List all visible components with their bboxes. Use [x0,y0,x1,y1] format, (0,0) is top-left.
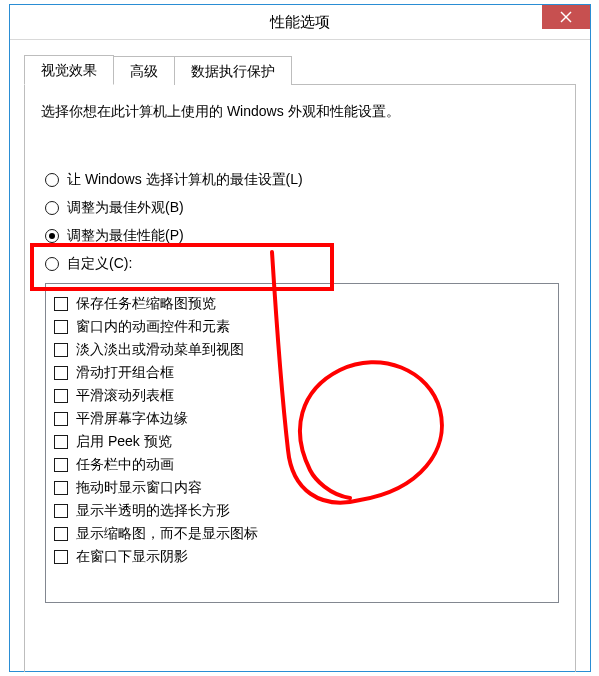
radio-label: 让 Windows 选择计算机的最佳设置(L) [67,171,303,189]
chk-taskbar-anim[interactable]: 任务栏中的动画 [54,456,550,474]
checkbox-label: 任务栏中的动画 [76,456,174,474]
radio-icon [45,257,59,271]
window-title: 性能选项 [270,13,330,32]
radio-label: 自定义(C): [67,255,132,273]
chk-smooth-font-edges[interactable]: 平滑屏幕字体边缘 [54,410,550,428]
description-text: 选择你想在此计算机上使用的 Windows 外观和性能设置。 [41,103,559,121]
radio-let-windows-choose[interactable]: 让 Windows 选择计算机的最佳设置(L) [45,171,559,189]
radio-label: 调整为最佳外观(B) [67,199,184,217]
checkbox-icon [54,343,68,357]
tab-dep[interactable]: 数据执行保护 [174,56,292,85]
checkbox-label: 拖动时显示窗口内容 [76,479,202,497]
checkbox-label: 启用 Peek 预览 [76,433,172,451]
chk-taskbar-thumbnail[interactable]: 保存任务栏缩略图预览 [54,295,550,313]
checkbox-label: 平滑屏幕字体边缘 [76,410,188,428]
checkbox-icon [54,389,68,403]
checkbox-icon [54,435,68,449]
titlebar: 性能选项 [10,5,590,40]
checkbox-label: 滑动打开组合框 [76,364,174,382]
tab-advanced[interactable]: 高级 [113,56,175,85]
chk-enable-peek[interactable]: 启用 Peek 预览 [54,433,550,451]
chk-window-shadow[interactable]: 在窗口下显示阴影 [54,548,550,566]
tab-visual-effects[interactable]: 视觉效果 [24,55,114,85]
tab-strip: 视觉效果 高级 数据执行保护 [24,54,576,85]
close-icon [560,11,572,23]
checkbox-icon [54,366,68,380]
chk-smooth-scroll-list[interactable]: 平滑滚动列表框 [54,387,550,405]
radio-custom[interactable]: 自定义(C): [45,255,559,273]
tab-label: 数据执行保护 [191,63,275,79]
effects-list[interactable]: 保存任务栏缩略图预览 窗口内的动画控件和元素 淡入淡出或滑动菜单到视图 滑动打开… [45,283,559,603]
chk-thumbmail-not-icon[interactable]: 显示缩略图，而不是显示图标 [54,525,550,543]
chk-translucent-selection[interactable]: 显示半透明的选择长方形 [54,502,550,520]
checkbox-icon [54,458,68,472]
chk-window-anim[interactable]: 窗口内的动画控件和元素 [54,318,550,336]
dialog-window: 性能选项 视觉效果 高级 数据执行保护 选 [9,4,591,672]
radio-label: 调整为最佳性能(P) [67,227,184,245]
tab-panel-visual-effects: 选择你想在此计算机上使用的 Windows 外观和性能设置。 让 Windows… [24,85,576,672]
chk-slide-combo[interactable]: 滑动打开组合框 [54,364,550,382]
checkbox-label: 淡入淡出或滑动菜单到视图 [76,341,244,359]
checkbox-icon [54,527,68,541]
checkbox-label: 保存任务栏缩略图预览 [76,295,216,313]
checkbox-icon [54,481,68,495]
checkbox-label: 在窗口下显示阴影 [76,548,188,566]
radio-best-performance[interactable]: 调整为最佳性能(P) [45,227,559,245]
checkbox-icon [54,550,68,564]
radio-icon [45,229,59,243]
checkbox-icon [54,320,68,334]
checkbox-icon [54,504,68,518]
radio-icon [45,201,59,215]
checkbox-icon [54,412,68,426]
tab-label: 高级 [130,63,158,79]
radio-best-appearance[interactable]: 调整为最佳外观(B) [45,199,559,217]
checkbox-label: 窗口内的动画控件和元素 [76,318,230,336]
chk-drag-window-contents[interactable]: 拖动时显示窗口内容 [54,479,550,497]
checkbox-label: 显示半透明的选择长方形 [76,502,230,520]
checkbox-label: 平滑滚动列表框 [76,387,174,405]
checkbox-icon [54,297,68,311]
client-area: 视觉效果 高级 数据执行保护 选择你想在此计算机上使用的 Windows 外观和… [10,40,590,672]
checkbox-label: 显示缩略图，而不是显示图标 [76,525,258,543]
tab-label: 视觉效果 [41,62,97,78]
radio-icon [45,173,59,187]
chk-fade-slide-menus[interactable]: 淡入淡出或滑动菜单到视图 [54,341,550,359]
close-button[interactable] [542,5,590,29]
